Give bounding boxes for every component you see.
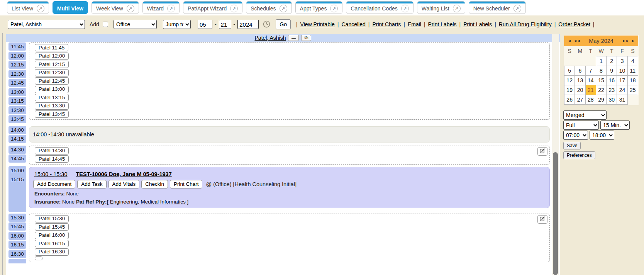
referring-physician-link[interactable]: Engineering, Medical Informatics: [110, 199, 186, 205]
tab-list-view[interactable]: List View ↗: [7, 1, 49, 14]
save-button[interactable]: Save: [563, 142, 581, 149]
tab-appt-types[interactable]: Appt Types ↗: [295, 1, 343, 14]
slot-button[interactable]: Patel 13:45: [35, 110, 69, 118]
day-cell[interactable]: 5: [564, 66, 575, 75]
day-cell[interactable]: 10: [617, 66, 627, 75]
calendar-picker-button[interactable]: [263, 20, 270, 28]
day-cell[interactable]: 18: [627, 75, 638, 85]
edit-availability-button[interactable]: [537, 215, 547, 224]
slot-button[interactable]: Patel 15:45: [35, 223, 69, 231]
day-cell[interactable]: 14: [585, 75, 596, 85]
day-cell[interactable]: 30: [607, 95, 617, 104]
print-labels-link-2[interactable]: Print Labels: [463, 21, 492, 27]
fb-toggle-button[interactable]: f/b: [301, 35, 311, 41]
external-link-icon[interactable]: ↗: [230, 5, 238, 12]
provider-select[interactable]: Patel, Ashish: [8, 20, 85, 29]
day-cell[interactable]: 4: [627, 56, 638, 66]
run-drug-eligibility-link[interactable]: Run All Drug Eligibility: [499, 21, 552, 27]
day-cell[interactable]: 28: [585, 95, 596, 104]
external-link-icon[interactable]: ↗: [330, 5, 338, 12]
tab-pat-appt-wizard[interactable]: Pat/Appt Wizard ↗: [183, 1, 242, 14]
day-cell[interactable]: 3: [617, 56, 627, 66]
go-button[interactable]: Go: [276, 19, 291, 29]
slot-button[interactable]: Patel 13:30: [35, 102, 69, 110]
tab-wizard[interactable]: Wizard ↗: [142, 1, 180, 14]
appointment-block[interactable]: 15:00 - 15:30 TEST-10006 Doe, Jane M 05-…: [29, 167, 550, 208]
scrollbar-thumb[interactable]: [553, 152, 558, 275]
jump-to-select[interactable]: Jump to: [163, 20, 191, 29]
slot-button[interactable]: Patel 13:15: [35, 94, 69, 101]
slot-button[interactable]: Patel 13:00: [35, 86, 69, 93]
minimize-column-button[interactable]: —: [288, 35, 299, 41]
vertical-scrollbar[interactable]: [552, 34, 559, 275]
day-cell[interactable]: 1: [596, 56, 606, 66]
email-link[interactable]: Email: [408, 21, 421, 27]
day-cell[interactable]: 6: [575, 66, 585, 75]
date-year-input[interactable]: [237, 20, 259, 29]
view-printable-link[interactable]: View Printable: [300, 21, 335, 27]
preferences-button[interactable]: Preferences: [563, 151, 595, 159]
view-mode-select[interactable]: Merged: [563, 110, 607, 120]
tab-cancellation-codes[interactable]: Cancellation Codes ↗: [346, 1, 413, 14]
day-cell[interactable]: 27: [575, 95, 585, 104]
tab-week-view[interactable]: Week View ↗: [92, 1, 139, 14]
interval-select[interactable]: 15 Min.: [600, 121, 630, 130]
slot-button[interactable]: Patel 16:15: [35, 240, 69, 247]
slot-button[interactable]: Patel 12:00: [35, 53, 69, 60]
tab-schedules[interactable]: Schedules ↗: [246, 1, 291, 14]
day-cell[interactable]: 20: [575, 85, 585, 95]
day-cell[interactable]: 29: [596, 95, 606, 104]
end-time-select[interactable]: 18:00: [590, 131, 614, 140]
external-link-icon[interactable]: ↗: [37, 5, 44, 12]
provider-header-link[interactable]: Patel, Ashish: [255, 35, 286, 41]
day-cell[interactable]: 11: [627, 66, 638, 75]
day-cell[interactable]: 7: [585, 66, 596, 75]
slot-button[interactable]: Patel 14:45: [35, 155, 69, 163]
tab-waiting-list[interactable]: Waiting List ↗: [417, 1, 465, 14]
next-year-icon[interactable]: ►: [630, 39, 636, 43]
print-labels-link[interactable]: Print Labels: [428, 21, 457, 27]
order-packet-link[interactable]: Order Packet: [558, 21, 590, 27]
print-chart-button[interactable]: Print Chart: [170, 180, 203, 188]
day-cell[interactable]: 8: [596, 66, 606, 75]
slot-button[interactable]: Patel 12:45: [35, 77, 69, 85]
day-cell[interactable]: 2: [607, 56, 617, 66]
external-link-icon[interactable]: ↗: [514, 5, 521, 12]
day-cell[interactable]: 13: [575, 75, 585, 85]
slot-button[interactable]: Patel 16:30: [35, 248, 69, 256]
add-document-button[interactable]: Add Document: [33, 180, 75, 188]
slot-button[interactable]: Patel 12:30: [35, 69, 69, 76]
edit-availability-button[interactable]: [537, 147, 547, 156]
patient-link[interactable]: TEST-10006 Doe, Jane M 05-09-1937: [76, 171, 171, 177]
external-link-icon[interactable]: ↗: [401, 5, 409, 12]
prev-month-icon[interactable]: ◄◄: [572, 39, 581, 43]
external-link-icon[interactable]: ↗: [167, 5, 175, 12]
slot-button[interactable]: Patel 16:00: [35, 232, 69, 239]
day-cell[interactable]: 24: [617, 85, 627, 95]
external-link-icon[interactable]: ↗: [280, 5, 287, 12]
cancelled-link[interactable]: Cancelled: [341, 21, 365, 27]
day-cell[interactable]: 26: [564, 95, 575, 104]
slot-button-cut[interactable]: [35, 256, 42, 260]
print-charts-link[interactable]: Print Charts: [372, 21, 401, 27]
prev-year-icon[interactable]: ◄: [566, 39, 572, 43]
tab-new-scheduler[interactable]: New Scheduler ↗: [469, 1, 526, 14]
checkin-button[interactable]: Checkin: [141, 180, 168, 188]
add-task-button[interactable]: Add Task: [77, 180, 106, 188]
external-link-icon[interactable]: ↗: [453, 5, 461, 12]
day-cell[interactable]: 15: [596, 75, 606, 85]
day-cell[interactable]: 12: [564, 75, 575, 85]
slot-button[interactable]: Patel 15:30: [35, 215, 69, 222]
slot-button[interactable]: Patel 14:30: [35, 147, 69, 154]
external-link-icon[interactable]: ↗: [127, 5, 134, 12]
range-select[interactable]: Full: [563, 121, 599, 130]
slot-button[interactable]: Patel 12:15: [35, 61, 69, 68]
day-cell[interactable]: 9: [607, 66, 617, 75]
day-cell[interactable]: 22: [596, 85, 606, 95]
appointment-time-link[interactable]: 15:00 - 15:30: [34, 171, 67, 177]
day-cell[interactable]: 25: [627, 85, 638, 95]
day-cell[interactable]: 16: [607, 75, 617, 85]
day-cell[interactable]: 31: [617, 95, 627, 104]
tab-multi-view[interactable]: Multi View: [53, 1, 88, 14]
next-month-icon[interactable]: ►►: [621, 39, 630, 43]
